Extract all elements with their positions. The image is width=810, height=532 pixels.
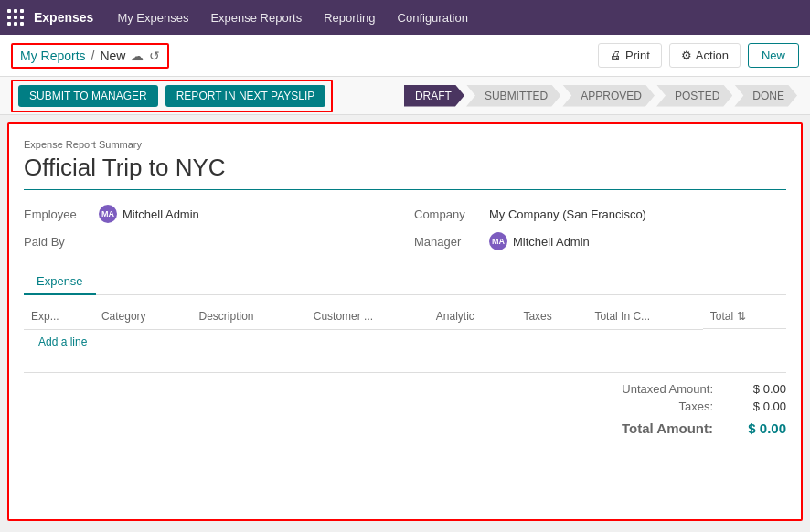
status-step-draft[interactable]: DRAFT (404, 85, 464, 107)
breadcrumb-icons: ☁ ↺ (131, 48, 160, 63)
paid-by-row: Paid By (24, 232, 396, 250)
manager-row: Manager MA Mitchell Admin (414, 232, 786, 250)
status-step-posted[interactable]: POSTED (656, 85, 732, 107)
print-label: Print (625, 48, 650, 62)
breadcrumb-current: New (100, 48, 125, 63)
action-button[interactable]: ⚙ Action (669, 43, 741, 68)
breadcrumb-link[interactable]: My Reports (20, 48, 86, 63)
employee-label: Employee (24, 207, 88, 221)
employee-value: MA Mitchell Admin (99, 205, 199, 223)
totals-section: Untaxed Amount: $ 0.00 Taxes: $ 0.00 Tot… (24, 372, 786, 436)
breadcrumb: My Reports / New ☁ ↺ (11, 43, 169, 69)
printer-icon: 🖨 (610, 48, 622, 62)
tab-expense[interactable]: Expense (24, 269, 96, 295)
nav-my-expenses[interactable]: My Expenses (108, 7, 197, 28)
expense-table: Exp... Category Description Customer ...… (24, 304, 786, 354)
paid-by-label: Paid By (24, 235, 88, 249)
status-step-approved[interactable]: APPROVED (562, 85, 655, 107)
save-icon[interactable]: ☁ (131, 48, 144, 63)
total-amount-value: $ 0.00 (731, 420, 786, 436)
nav-expense-reports[interactable]: Expense Reports (201, 7, 311, 28)
add-line-row: Add a line (24, 329, 786, 354)
company-label: Company (414, 207, 478, 221)
manager-avatar: MA (489, 232, 507, 250)
col-category: Category (94, 304, 192, 329)
nav-configuration[interactable]: Configuration (389, 7, 477, 28)
taxes-label: Taxes: (594, 399, 713, 413)
status-step-done[interactable]: DONE (734, 85, 797, 107)
action-label: Action (696, 48, 729, 62)
top-navigation: Expenses My Expenses Expense Reports Rep… (0, 0, 810, 35)
col-taxes: Taxes (516, 304, 587, 329)
report-title: Official Trip to NYC (24, 154, 786, 190)
employee-row: Employee MA Mitchell Admin (24, 205, 396, 223)
total-amount-row: Total Amount: $ 0.00 (594, 420, 786, 436)
status-pipeline: DRAFTSUBMITTEDAPPROVEDPOSTEDDONE (404, 85, 799, 107)
col-description: Description (192, 304, 306, 329)
app-grid-icon[interactable] (7, 9, 25, 27)
col-analytic: Analytic (429, 304, 517, 329)
employee-avatar: MA (99, 205, 117, 223)
untaxed-label: Untaxed Amount: (594, 382, 713, 396)
total-amount-label: Total Amount: (594, 420, 713, 436)
report-in-payslip-button[interactable]: REPORT IN NEXT PAYSLIP (165, 85, 326, 107)
nav-reporting[interactable]: Reporting (314, 7, 384, 28)
header-actions: 🖨 Print ⚙ Action New (598, 43, 799, 68)
submit-to-manager-button[interactable]: SUBMIT TO MANAGER (18, 85, 158, 107)
col-total: Total ⇅ (703, 304, 786, 329)
col-customer: Customer ... (306, 304, 429, 329)
main-content: Expense Report Summary Official Trip to … (7, 122, 803, 521)
breadcrumb-separator: / (91, 48, 95, 63)
gear-icon: ⚙ (681, 48, 692, 62)
tab-bar: Expense (24, 269, 786, 295)
untaxed-amount-row: Untaxed Amount: $ 0.00 (594, 382, 786, 396)
column-settings-icon[interactable]: ⇅ (737, 310, 746, 323)
table-header-row: Exp... Category Description Customer ...… (24, 304, 786, 329)
col-total-currency: Total In C... (587, 304, 702, 329)
col-exp: Exp... (24, 304, 94, 329)
taxes-value: $ 0.00 (731, 399, 786, 413)
employee-name: Mitchell Admin (123, 207, 199, 221)
report-summary-label: Expense Report Summary (24, 139, 786, 150)
manager-label: Manager (414, 235, 478, 249)
taxes-row: Taxes: $ 0.00 (594, 399, 786, 413)
status-step-submitted[interactable]: SUBMITTED (466, 85, 560, 107)
add-line-button[interactable]: Add a line (31, 330, 94, 354)
reset-icon[interactable]: ↺ (149, 48, 160, 63)
manager-value: MA Mitchell Admin (489, 232, 590, 250)
print-button[interactable]: 🖨 Print (598, 43, 662, 68)
new-button[interactable]: New (748, 43, 799, 68)
untaxed-value: $ 0.00 (731, 382, 786, 396)
form-fields: Employee MA Mitchell Admin Company My Co… (24, 205, 786, 250)
app-name: Expenses (34, 10, 93, 25)
sub-header: My Reports / New ☁ ↺ 🖨 Print ⚙ Action Ne… (0, 35, 810, 77)
action-bar: SUBMIT TO MANAGER REPORT IN NEXT PAYSLIP… (0, 77, 810, 115)
company-row: Company My Company (San Francisco) (414, 205, 786, 223)
action-buttons: SUBMIT TO MANAGER REPORT IN NEXT PAYSLIP (11, 80, 333, 112)
company-value: My Company (San Francisco) (489, 207, 646, 221)
manager-name: Mitchell Admin (513, 235, 590, 249)
